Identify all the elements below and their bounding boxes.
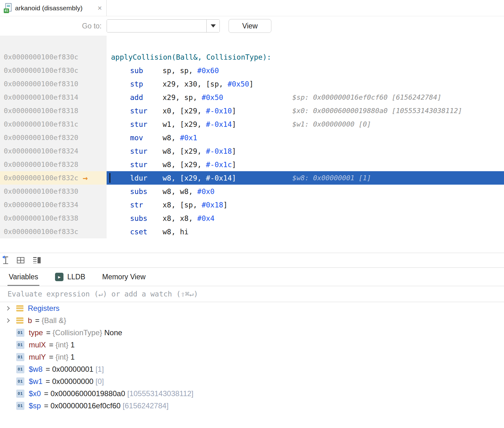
address-gutter[interactable]: 0x0000000100ef8320 — [0, 131, 107, 144]
variable-value: = {int} 1 — [49, 353, 75, 361]
variable-name: $w8 — [29, 365, 43, 374]
operands: w8, [x29, #-0x1c] — [163, 161, 236, 169]
disassembly-row[interactable]: 0x0000000100ef833ccsetw8, hi — [0, 225, 504, 238]
tab-close-icon[interactable]: × — [98, 4, 102, 12]
disassembly-row[interactable]: 0x0000000100ef8320movw8, #0x1 — [0, 131, 504, 144]
variable-value: = 0x00006000019880a0 [105553143038112] — [44, 389, 194, 398]
instruction-line: movw8, #0x1 — [107, 131, 504, 144]
address-gutter[interactable]: 0x0000000100ef831c — [0, 117, 107, 131]
text-cursor-icon[interactable] — [3, 256, 8, 264]
disassembly-row[interactable]: 0x0000000100ef831csturw1, [x29, #-0x14]$… — [0, 117, 504, 131]
address-gutter[interactable]: 0x0000000100ef8330 — [0, 185, 107, 198]
tab-memory-view-label: Memory View — [102, 273, 146, 281]
disassembly-row[interactable]: 0x0000000100ef8310stpx29, x30, [sp, #0x5… — [0, 77, 504, 91]
tab-memory-view[interactable]: Memory View — [102, 268, 146, 286]
address-gutter[interactable]: 0x0000000100ef8328 — [0, 158, 107, 171]
variable-value: = {Ball &} — [35, 316, 66, 325]
address-gutter[interactable]: 0x0000000100ef8334 — [0, 198, 107, 212]
mnemonic: mov — [130, 134, 163, 142]
goto-input[interactable] — [107, 20, 206, 32]
disassembly-row[interactable]: 0x0000000100ef830csubsp, sp, #0x60 — [0, 64, 504, 77]
variable-row[interactable]: Registers — [0, 302, 504, 314]
disassembly-file-icon: 01 — [4, 3, 12, 13]
disassembly-row[interactable]: 0x0000000100ef8338subsx8, x8, #0x4 — [0, 212, 504, 225]
disassembly-rows: 0x0000000100ef830capplyCollision(Ball&, … — [0, 50, 504, 238]
variable-name: $w1 — [29, 377, 43, 386]
tab-arkanoid-disassembly[interactable]: 01 arkanoid (disassembly) × — [0, 0, 107, 16]
variable-row[interactable]: 01$sp= 0x000000016ef0cf60 [6156242784] — [0, 400, 504, 412]
disassembly-row[interactable]: 0x0000000100ef830capplyCollision(Ball&, … — [0, 50, 504, 64]
tab-lldb[interactable]: ▸ LLDB — [55, 268, 85, 286]
operands: x29, sp, #0x50 — [163, 93, 223, 102]
detail-view-icon[interactable] — [33, 257, 41, 263]
disassembly-row[interactable]: 0x0000000100ef832c→ldurw8, [x29, #-0x14]… — [0, 171, 504, 185]
evaluate-expression-row — [0, 286, 504, 302]
variable-row[interactable]: b= {Ball &} — [0, 314, 504, 326]
variable-row[interactable]: 01$w1= 0x00000000 [0] — [0, 375, 504, 387]
evaluate-expression-input[interactable] — [0, 286, 504, 302]
address-text: 0x0000000100ef8334 — [4, 201, 78, 209]
address-gutter[interactable]: 0x0000000100ef8314 — [0, 91, 107, 104]
mnemonic: subs — [130, 214, 163, 222]
disassembly-row[interactable]: 0x0000000100ef8334strx8, [sp, #0x18] — [0, 198, 504, 212]
table-view-icon[interactable] — [17, 257, 24, 263]
tab-variables-label: Variables — [9, 273, 38, 281]
primitive-value-icon: 01 — [16, 341, 24, 349]
variable-row[interactable]: 01mulY= {int} 1 — [0, 351, 504, 363]
address-text: 0x0000000100ef831c — [4, 120, 78, 128]
variable-row[interactable]: 01$x0= 0x00006000019880a0 [1055531430381… — [0, 387, 504, 400]
address-text: 0x0000000100ef8320 — [4, 134, 78, 142]
primitive-value-icon: 01 — [16, 377, 24, 386]
address-gutter[interactable]: 0x0000000100ef8324 — [0, 144, 107, 158]
binary-badge: 01 — [4, 8, 9, 13]
address-gutter[interactable]: 0x0000000100ef8338 — [0, 212, 107, 225]
address-gutter[interactable]: 0x0000000100ef833c — [0, 225, 107, 238]
instruction-line: sturw8, [x29, #-0x1c] — [107, 158, 504, 171]
variable-value: = {CollisionType} None — [46, 328, 122, 337]
expand-toggle[interactable] — [0, 319, 16, 322]
function-label: applyCollision(Ball&, CollisionType): — [111, 53, 271, 61]
address-gutter[interactable]: 0x0000000100ef830c — [0, 64, 107, 77]
disassembly-row[interactable]: 0x0000000100ef8318sturx0, [x29, #-0x10]$… — [0, 104, 504, 117]
instruction-line: addx29, sp, #0x50$sp: 0x000000016ef0cf60… — [107, 91, 504, 104]
variable-row[interactable]: 01$w8= 0x00000001 [1] — [0, 363, 504, 375]
variable-value: = 0x00000001 [1] — [46, 365, 104, 374]
variable-value: = {int} 1 — [49, 341, 75, 349]
address-gutter[interactable]: 0x0000000100ef830c — [0, 50, 107, 64]
disassembly-row[interactable]: 0x0000000100ef8324sturw8, [x29, #-0x18] — [0, 144, 504, 158]
register-value-comment: $x0: 0x00006000019880a0 [105553143038112… — [292, 107, 462, 115]
disassembly-row[interactable]: 0x0000000100ef8314addx29, sp, #0x50$sp: … — [0, 91, 504, 104]
address-gutter[interactable]: 0x0000000100ef832c→ — [0, 171, 107, 185]
chevron-right-icon — [5, 306, 10, 310]
variable-row[interactable]: 01type= {CollisionType} None — [0, 326, 504, 339]
address-gutter[interactable]: 0x0000000100ef8310 — [0, 77, 107, 91]
goto-combobox[interactable] — [107, 19, 220, 32]
variable-name: b — [28, 316, 32, 325]
goto-bar: Go to: View — [0, 16, 504, 36]
operands: x29, x30, [sp, #0x50] — [163, 80, 254, 88]
instruction-line: strx8, [sp, #0x18] — [107, 198, 504, 212]
address-text: 0x0000000100ef8314 — [4, 93, 78, 101]
variable-value: = 0x000000016ef0cf60 [6156242784] — [44, 401, 169, 410]
view-button[interactable]: View — [229, 19, 271, 33]
variable-row[interactable]: 01mulX= {int} 1 — [0, 339, 504, 351]
mnemonic: subs — [130, 187, 163, 196]
tab-lldb-label: LLDB — [67, 273, 85, 281]
instruction-line: ldurw8, [x29, #-0x14]$w8: 0x00000001 [1] — [107, 171, 504, 185]
expand-toggle[interactable] — [0, 307, 16, 310]
address-text: 0x0000000100ef8328 — [4, 161, 78, 168]
operands: w8, w8, #0x0 — [163, 187, 214, 196]
address-gutter[interactable]: 0x0000000100ef8318 — [0, 104, 107, 117]
variable-value: = 0x00000000 [0] — [46, 377, 104, 386]
tab-variables[interactable]: Variables — [9, 268, 38, 286]
execution-pointer-icon: → — [83, 174, 88, 182]
disassembly-row[interactable]: 0x0000000100ef8330subsw8, w8, #0x0 — [0, 185, 504, 198]
mnemonic: add — [130, 93, 163, 102]
goto-dropdown-button[interactable] — [206, 20, 219, 32]
variable-name: type — [29, 328, 43, 337]
instruction-line: subsp, sp, #0x60 — [107, 64, 504, 77]
disassembly-row[interactable]: 0x0000000100ef8328sturw8, [x29, #-0x1c] — [0, 158, 504, 171]
mnemonic: stur — [130, 147, 163, 155]
instruction-line: csetw8, hi — [107, 225, 504, 238]
address-text: 0x0000000100ef8330 — [4, 187, 78, 195]
